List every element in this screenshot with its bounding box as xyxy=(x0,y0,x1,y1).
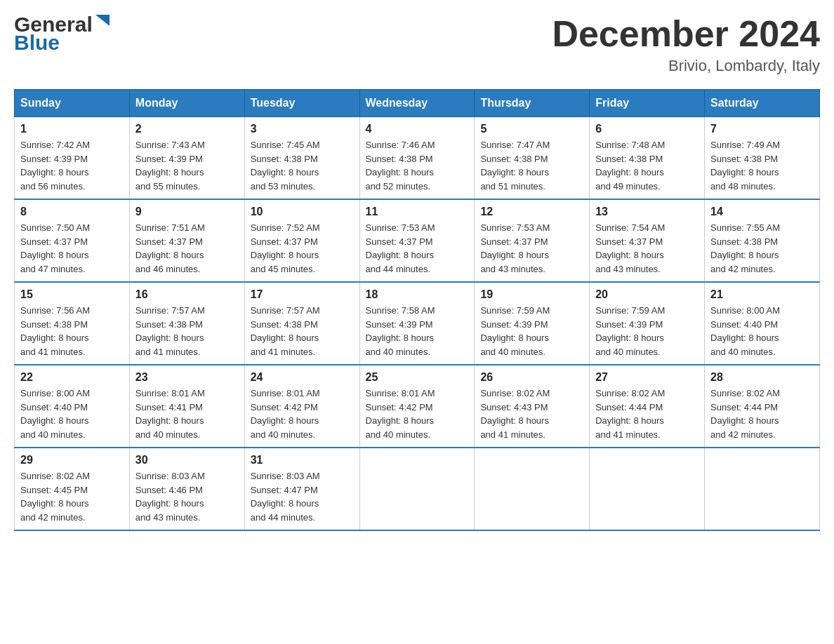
day-number: 24 xyxy=(251,371,354,384)
day-number: 11 xyxy=(366,206,469,218)
day-info: Sunrise: 8:03 AMSunset: 4:47 PMDaylight:… xyxy=(251,469,354,524)
day-info: Sunrise: 8:02 AMSunset: 4:45 PMDaylight:… xyxy=(20,469,124,524)
day-info: Sunrise: 7:57 AMSunset: 4:38 PMDaylight:… xyxy=(251,304,354,358)
calendar-cell xyxy=(705,448,820,530)
calendar-cell: 22Sunrise: 8:00 AMSunset: 4:40 PMDayligh… xyxy=(15,365,130,448)
day-info: Sunrise: 7:56 AMSunset: 4:38 PMDaylight:… xyxy=(20,304,124,358)
day-number: 23 xyxy=(135,371,239,384)
calendar-cell: 14Sunrise: 7:55 AMSunset: 4:38 PMDayligh… xyxy=(705,199,820,282)
day-info: Sunrise: 7:53 AMSunset: 4:37 PMDaylight:… xyxy=(366,221,469,276)
day-info: Sunrise: 8:03 AMSunset: 4:46 PMDaylight:… xyxy=(135,469,239,524)
calendar-cell: 17Sunrise: 7:57 AMSunset: 4:38 PMDayligh… xyxy=(244,282,359,365)
calendar-cell: 9Sunrise: 7:51 AMSunset: 4:37 PMDaylight… xyxy=(129,199,244,282)
calendar-cell: 16Sunrise: 7:57 AMSunset: 4:38 PMDayligh… xyxy=(129,282,244,365)
header-wednesday: Wednesday xyxy=(359,90,475,117)
month-title: December 2024 xyxy=(552,14,820,54)
day-info: Sunrise: 7:57 AMSunset: 4:38 PMDaylight:… xyxy=(135,304,239,358)
header-sunday: Sunday xyxy=(15,90,130,117)
day-number: 22 xyxy=(20,371,124,384)
day-info: Sunrise: 8:00 AMSunset: 4:40 PMDaylight:… xyxy=(710,304,814,358)
day-info: Sunrise: 7:58 AMSunset: 4:39 PMDaylight:… xyxy=(366,304,469,358)
calendar-cell: 15Sunrise: 7:56 AMSunset: 4:38 PMDayligh… xyxy=(15,282,130,365)
header-friday: Friday xyxy=(590,90,705,117)
calendar-table: SundayMondayTuesdayWednesdayThursdayFrid… xyxy=(14,89,820,531)
logo: General Blue xyxy=(14,14,110,55)
day-info: Sunrise: 7:48 AMSunset: 4:38 PMDaylight:… xyxy=(595,138,699,193)
calendar-cell: 24Sunrise: 8:01 AMSunset: 4:42 PMDayligh… xyxy=(244,365,359,448)
calendar-header-row: SundayMondayTuesdayWednesdayThursdayFrid… xyxy=(15,90,820,117)
calendar-week-5: 29Sunrise: 8:02 AMSunset: 4:45 PMDayligh… xyxy=(15,448,820,530)
day-number: 26 xyxy=(480,371,583,384)
day-info: Sunrise: 7:55 AMSunset: 4:38 PMDaylight:… xyxy=(710,221,814,276)
day-info: Sunrise: 7:49 AMSunset: 4:38 PMDaylight:… xyxy=(710,138,814,193)
day-info: Sunrise: 8:02 AMSunset: 4:44 PMDaylight:… xyxy=(710,387,814,441)
calendar-cell: 11Sunrise: 7:53 AMSunset: 4:37 PMDayligh… xyxy=(359,199,475,282)
calendar-cell: 28Sunrise: 8:02 AMSunset: 4:44 PMDayligh… xyxy=(705,365,820,448)
calendar-cell: 5Sunrise: 7:47 AMSunset: 4:38 PMDaylight… xyxy=(475,117,590,200)
calendar-cell: 26Sunrise: 8:02 AMSunset: 4:43 PMDayligh… xyxy=(475,365,590,448)
calendar-cell xyxy=(475,448,590,530)
day-info: Sunrise: 8:01 AMSunset: 4:42 PMDaylight:… xyxy=(251,387,354,441)
day-number: 13 xyxy=(595,206,699,218)
calendar-cell: 6Sunrise: 7:48 AMSunset: 4:38 PMDaylight… xyxy=(590,117,705,200)
calendar-cell: 25Sunrise: 8:01 AMSunset: 4:42 PMDayligh… xyxy=(359,365,475,448)
calendar-cell xyxy=(359,448,475,530)
calendar-cell: 12Sunrise: 7:53 AMSunset: 4:37 PMDayligh… xyxy=(475,199,590,282)
day-info: Sunrise: 7:59 AMSunset: 4:39 PMDaylight:… xyxy=(480,304,583,358)
day-number: 18 xyxy=(366,288,469,301)
day-info: Sunrise: 7:45 AMSunset: 4:38 PMDaylight:… xyxy=(251,138,354,193)
calendar-cell: 10Sunrise: 7:52 AMSunset: 4:37 PMDayligh… xyxy=(244,199,359,282)
day-info: Sunrise: 7:50 AMSunset: 4:37 PMDaylight:… xyxy=(20,221,124,276)
day-number: 8 xyxy=(20,206,124,218)
day-info: Sunrise: 7:42 AMSunset: 4:39 PMDaylight:… xyxy=(20,138,124,193)
calendar-cell: 7Sunrise: 7:49 AMSunset: 4:38 PMDaylight… xyxy=(705,117,820,200)
day-info: Sunrise: 7:46 AMSunset: 4:38 PMDaylight:… xyxy=(366,138,469,193)
calendar-cell: 8Sunrise: 7:50 AMSunset: 4:37 PMDaylight… xyxy=(15,199,130,282)
day-number: 29 xyxy=(20,454,124,467)
day-number: 21 xyxy=(710,288,814,301)
calendar-cell: 29Sunrise: 8:02 AMSunset: 4:45 PMDayligh… xyxy=(15,448,130,530)
day-info: Sunrise: 8:02 AMSunset: 4:43 PMDaylight:… xyxy=(480,387,583,441)
day-number: 4 xyxy=(366,123,469,135)
header-thursday: Thursday xyxy=(475,90,590,117)
day-number: 15 xyxy=(20,288,124,301)
header-monday: Monday xyxy=(129,90,244,117)
calendar-cell: 31Sunrise: 8:03 AMSunset: 4:47 PMDayligh… xyxy=(244,448,359,530)
day-number: 7 xyxy=(710,123,814,135)
day-number: 6 xyxy=(595,123,699,135)
day-number: 14 xyxy=(710,206,814,218)
day-info: Sunrise: 8:00 AMSunset: 4:40 PMDaylight:… xyxy=(20,387,124,441)
calendar-cell: 23Sunrise: 8:01 AMSunset: 4:41 PMDayligh… xyxy=(129,365,244,448)
day-info: Sunrise: 7:43 AMSunset: 4:39 PMDaylight:… xyxy=(135,138,239,193)
day-number: 10 xyxy=(251,206,354,218)
calendar-cell: 3Sunrise: 7:45 AMSunset: 4:38 PMDaylight… xyxy=(244,117,359,200)
calendar-cell xyxy=(590,448,705,530)
calendar-week-1: 1Sunrise: 7:42 AMSunset: 4:39 PMDaylight… xyxy=(15,117,820,200)
calendar-cell: 20Sunrise: 7:59 AMSunset: 4:39 PMDayligh… xyxy=(590,282,705,365)
calendar-cell: 13Sunrise: 7:54 AMSunset: 4:37 PMDayligh… xyxy=(590,199,705,282)
day-number: 25 xyxy=(366,371,469,384)
logo-blue-word: Blue xyxy=(14,31,60,55)
calendar-week-3: 15Sunrise: 7:56 AMSunset: 4:38 PMDayligh… xyxy=(15,282,820,365)
svg-marker-0 xyxy=(95,15,110,26)
calendar-cell: 27Sunrise: 8:02 AMSunset: 4:44 PMDayligh… xyxy=(590,365,705,448)
day-info: Sunrise: 8:01 AMSunset: 4:41 PMDaylight:… xyxy=(135,387,239,441)
day-number: 12 xyxy=(480,206,583,218)
day-info: Sunrise: 7:53 AMSunset: 4:37 PMDaylight:… xyxy=(480,221,583,276)
day-number: 5 xyxy=(480,123,583,135)
day-info: Sunrise: 7:52 AMSunset: 4:37 PMDaylight:… xyxy=(251,221,354,276)
day-number: 1 xyxy=(20,123,124,135)
page-header: General Blue December 2024 Brivio, Lomba… xyxy=(14,14,820,75)
calendar-cell: 4Sunrise: 7:46 AMSunset: 4:38 PMDaylight… xyxy=(359,117,475,200)
header-tuesday: Tuesday xyxy=(244,90,359,117)
day-number: 9 xyxy=(135,206,239,218)
day-number: 31 xyxy=(251,454,354,467)
calendar-cell: 19Sunrise: 7:59 AMSunset: 4:39 PMDayligh… xyxy=(475,282,590,365)
calendar-week-4: 22Sunrise: 8:00 AMSunset: 4:40 PMDayligh… xyxy=(15,365,820,448)
calendar-cell: 1Sunrise: 7:42 AMSunset: 4:39 PMDaylight… xyxy=(15,117,130,200)
calendar-week-2: 8Sunrise: 7:50 AMSunset: 4:37 PMDaylight… xyxy=(15,199,820,282)
day-info: Sunrise: 7:54 AMSunset: 4:37 PMDaylight:… xyxy=(595,221,699,276)
day-number: 3 xyxy=(251,123,354,135)
day-number: 20 xyxy=(595,288,699,301)
day-info: Sunrise: 7:47 AMSunset: 4:38 PMDaylight:… xyxy=(480,138,583,193)
